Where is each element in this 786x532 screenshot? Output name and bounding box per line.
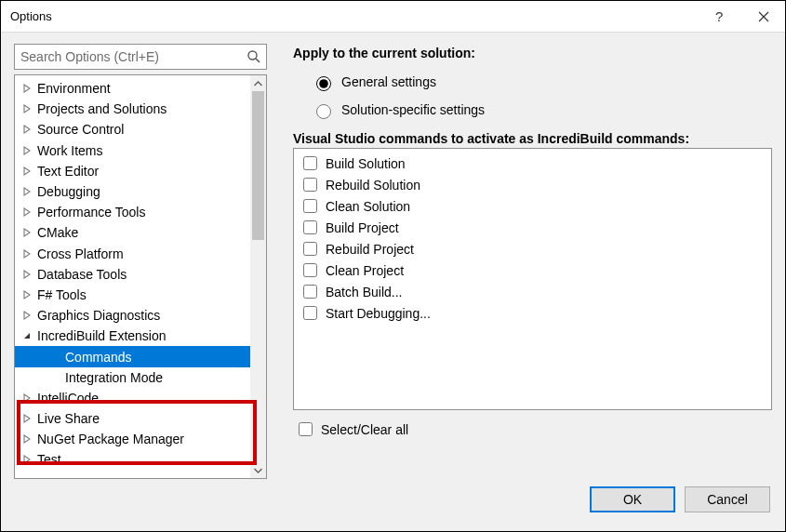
scroll-up-icon[interactable]: [250, 75, 266, 91]
tree-scrollbar[interactable]: [250, 75, 266, 478]
dialog-footer: OK Cancel: [1, 479, 785, 531]
tree-item-label: Debugging: [37, 184, 100, 199]
command-item[interactable]: Rebuild Solution: [300, 174, 766, 195]
command-checkbox[interactable]: [303, 199, 317, 213]
command-checkbox[interactable]: [303, 156, 317, 170]
close-button[interactable]: [742, 1, 785, 33]
tree-item-test[interactable]: Test: [15, 449, 266, 470]
tree-item-f-tools[interactable]: F# Tools: [15, 285, 266, 305]
chevron-right-icon[interactable]: [20, 165, 33, 178]
svg-point-1: [248, 51, 257, 60]
command-checkbox[interactable]: [303, 306, 317, 320]
command-label: Build Project: [326, 220, 399, 235]
window-title: Options: [10, 9, 699, 23]
search-icon[interactable]: [246, 49, 261, 64]
chevron-right-icon[interactable]: [20, 268, 33, 281]
tree-item-label: Live Share: [37, 411, 100, 426]
tree-item-incredibuild-extension[interactable]: IncrediBuild Extension: [15, 326, 266, 346]
no-icon: [48, 371, 61, 384]
command-checkbox[interactable]: [303, 178, 317, 192]
tree-item-commands[interactable]: Commands: [15, 346, 266, 366]
command-checkbox[interactable]: [303, 242, 317, 256]
tree-item-nuget-package-manager[interactable]: NuGet Package Manager: [15, 429, 266, 449]
chevron-right-icon[interactable]: [20, 226, 33, 239]
tree-item-cross-platform[interactable]: Cross Platform: [15, 244, 266, 264]
svg-line-2: [256, 59, 260, 62]
tree-item-label: Integration Mode: [65, 370, 163, 385]
radio-general-input[interactable]: [316, 76, 331, 91]
chevron-right-icon[interactable]: [20, 453, 33, 466]
tree-item-source-control[interactable]: Source Control: [15, 119, 266, 140]
left-panel: EnvironmentProjects and SolutionsSource …: [14, 44, 267, 479]
tree-item-label: Graphics Diagnostics: [37, 308, 160, 323]
tree-item-cmake[interactable]: CMake: [15, 222, 266, 243]
command-item[interactable]: Build Project: [300, 217, 766, 238]
tree-item-database-tools[interactable]: Database Tools: [15, 264, 266, 285]
chevron-right-icon[interactable]: [20, 102, 33, 115]
command-item[interactable]: Build Solution: [300, 153, 766, 174]
cancel-button[interactable]: Cancel: [685, 486, 770, 512]
tree-item-label: Source Control: [37, 122, 124, 137]
select-all-checkbox[interactable]: [299, 422, 313, 436]
chevron-right-icon[interactable]: [20, 144, 33, 157]
tree-item-text-editor[interactable]: Text Editor: [15, 161, 266, 181]
command-item[interactable]: Clean Solution: [300, 195, 766, 217]
scroll-thumb[interactable]: [252, 91, 264, 240]
command-label: Batch Build...: [326, 285, 403, 299]
tree-item-graphics-diagnostics[interactable]: Graphics Diagnostics: [15, 305, 266, 326]
command-checkbox[interactable]: [303, 285, 317, 299]
tree-item-label: Test: [37, 452, 61, 467]
radio-solution-specific[interactable]: Solution-specific settings: [312, 96, 772, 124]
radio-specific-label: Solution-specific settings: [341, 102, 485, 117]
ok-button[interactable]: OK: [590, 486, 675, 512]
tree-item-label: Cross Platform: [37, 246, 124, 261]
chevron-right-icon[interactable]: [20, 432, 33, 446]
command-label: Build Solution: [326, 156, 406, 171]
search-options-wrap: [14, 44, 267, 70]
tree-item-performance-tools[interactable]: Performance Tools: [15, 202, 266, 222]
chevron-right-icon[interactable]: [20, 82, 33, 95]
radio-specific-input[interactable]: [316, 104, 331, 119]
command-checkbox[interactable]: [303, 263, 317, 277]
chevron-right-icon[interactable]: [20, 412, 33, 425]
command-label: Rebuild Solution: [326, 178, 420, 193]
command-item[interactable]: Clean Project: [300, 259, 766, 281]
tree-item-label: Database Tools: [37, 267, 127, 282]
chevron-right-icon[interactable]: [20, 206, 33, 219]
no-icon: [48, 351, 61, 364]
tree-item-intellicode[interactable]: IntelliCode: [15, 388, 266, 408]
tree-item-label: Work Items: [37, 143, 103, 158]
select-clear-all[interactable]: Select/Clear all: [295, 419, 772, 439]
chevron-right-icon[interactable]: [20, 185, 33, 198]
command-item[interactable]: Rebuild Project: [300, 238, 766, 259]
close-icon: [758, 11, 769, 22]
tree-item-label: IncrediBuild Extension: [37, 328, 167, 343]
help-button[interactable]: ?: [699, 1, 742, 33]
chevron-right-icon[interactable]: [20, 288, 33, 301]
tree-item-environment[interactable]: Environment: [15, 78, 266, 99]
tree-item-label: Performance Tools: [37, 205, 145, 219]
chevron-down-icon[interactable]: [20, 329, 33, 342]
chevron-right-icon[interactable]: [20, 392, 33, 405]
chevron-right-icon[interactable]: [20, 309, 33, 322]
tree-item-projects-and-solutions[interactable]: Projects and Solutions: [15, 99, 266, 119]
command-label: Clean Solution: [326, 199, 410, 214]
search-input[interactable]: [15, 45, 266, 69]
tree-item-label: Text Editor: [37, 164, 99, 179]
radio-general-settings[interactable]: General settings: [312, 68, 772, 96]
command-label: Clean Project: [326, 263, 404, 278]
tree-item-label: NuGet Package Manager: [37, 432, 184, 446]
chevron-right-icon[interactable]: [20, 247, 33, 260]
chevron-right-icon[interactable]: [20, 123, 33, 136]
scroll-down-icon[interactable]: [250, 462, 266, 478]
tree-item-work-items[interactable]: Work Items: [15, 140, 266, 161]
command-item[interactable]: Batch Build...: [300, 281, 766, 302]
tree-item-integration-mode[interactable]: Integration Mode: [15, 367, 266, 388]
tree-item-debugging[interactable]: Debugging: [15, 181, 266, 202]
command-checkbox[interactable]: [303, 220, 317, 234]
command-item[interactable]: Start Debugging...: [300, 302, 766, 324]
tree-item-label: Projects and Solutions: [37, 101, 167, 116]
options-tree: EnvironmentProjects and SolutionsSource …: [14, 74, 267, 479]
tree-item-live-share[interactable]: Live Share: [15, 408, 266, 429]
select-all-label: Select/Clear all: [321, 422, 408, 437]
